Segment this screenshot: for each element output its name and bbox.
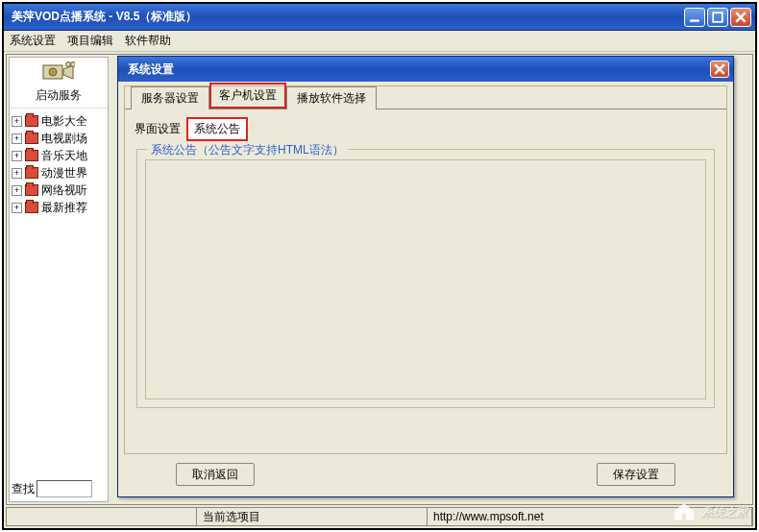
dialog-close-button[interactable] bbox=[710, 60, 729, 78]
dialog-button-row: 取消返回 保存设置 bbox=[118, 460, 733, 489]
menu-bar: 系统设置 项目编辑 软件帮助 bbox=[4, 31, 755, 52]
dialog-title: 系统设置 bbox=[122, 61, 710, 78]
expand-icon[interactable]: + bbox=[12, 203, 22, 213]
tab-client-settings[interactable]: 客户机设置 bbox=[209, 83, 286, 109]
announcement-fieldset: 系统公告（公告文字支持HTML语法） bbox=[136, 149, 715, 408]
system-settings-dialog: 系统设置 服务器设置 客户机设置 播放软件选择 界面设置 系统公告 系统公告（公… bbox=[117, 56, 734, 497]
folder-icon bbox=[25, 167, 38, 179]
tree-item-label: 网络视听 bbox=[41, 182, 87, 199]
tab-server-settings[interactable]: 服务器设置 bbox=[131, 86, 209, 109]
svg-point-5 bbox=[49, 68, 57, 76]
tree-item[interactable]: +电影大全 bbox=[12, 112, 106, 130]
expand-icon[interactable]: + bbox=[12, 116, 22, 127]
window-title: 美萍VOD点播系统 - V8.5（标准版） bbox=[8, 9, 682, 25]
tree-item[interactable]: +网络视听 bbox=[12, 181, 106, 199]
menu-project-edit[interactable]: 项目编辑 bbox=[67, 33, 113, 49]
search-label: 查找 bbox=[12, 481, 35, 497]
tab-strip: 服务器设置 客户机设置 播放软件选择 bbox=[125, 86, 726, 109]
subtab-ui-settings[interactable]: 界面设置 bbox=[135, 121, 181, 137]
main-titlebar: 美萍VOD点播系统 - V8.5（标准版） bbox=[4, 4, 755, 31]
save-button[interactable]: 保存设置 bbox=[597, 463, 675, 486]
tree-item[interactable]: +最新推荐 bbox=[12, 199, 106, 216]
left-panel: 启动服务 +电影大全 +电视剧场 +音乐天地 +动漫世界 +网络视听 +最新推荐… bbox=[9, 57, 109, 502]
folder-icon bbox=[25, 115, 38, 127]
watermark: 系统之家 bbox=[671, 501, 747, 522]
announcement-content-box[interactable] bbox=[145, 159, 706, 399]
svg-marker-11 bbox=[674, 503, 694, 520]
folder-icon bbox=[25, 150, 38, 161]
menu-system-settings[interactable]: 系统设置 bbox=[10, 33, 56, 49]
expand-icon[interactable]: + bbox=[12, 185, 22, 196]
close-button[interactable] bbox=[730, 8, 751, 27]
svg-rect-1 bbox=[713, 12, 722, 22]
subtab-system-announcement[interactable]: 系统公告 bbox=[186, 117, 248, 141]
start-service-icon[interactable] bbox=[42, 61, 75, 85]
menu-software-help[interactable]: 软件帮助 bbox=[125, 33, 171, 49]
folder-icon bbox=[25, 184, 38, 196]
expand-icon[interactable]: + bbox=[12, 168, 22, 179]
search-input[interactable] bbox=[37, 480, 92, 497]
cancel-button[interactable]: 取消返回 bbox=[176, 463, 255, 486]
svg-point-8 bbox=[71, 62, 76, 67]
category-tree: +电影大全 +电视剧场 +音乐天地 +动漫世界 +网络视听 +最新推荐 bbox=[10, 109, 108, 220]
tree-item-label: 最新推荐 bbox=[41, 200, 87, 216]
tree-item-label: 音乐天地 bbox=[41, 148, 87, 164]
dialog-titlebar: 系统设置 bbox=[118, 57, 733, 82]
tree-item[interactable]: +动漫世界 bbox=[12, 164, 106, 181]
tree-item[interactable]: +电视剧场 bbox=[12, 130, 106, 147]
tree-item-label: 电视剧场 bbox=[41, 131, 87, 147]
status-cell-left bbox=[7, 508, 197, 525]
status-current-item: 当前选项目 bbox=[197, 508, 428, 525]
maximize-button[interactable] bbox=[707, 8, 728, 27]
minimize-button[interactable] bbox=[684, 8, 705, 27]
folder-icon bbox=[25, 202, 38, 213]
tree-item-label: 电影大全 bbox=[41, 113, 87, 130]
tab-player-select[interactable]: 播放软件选择 bbox=[286, 86, 377, 109]
tree-item[interactable]: +音乐天地 bbox=[12, 147, 106, 164]
status-bar: 当前选项目 http://www.mpsoft.net bbox=[6, 507, 753, 526]
fieldset-legend[interactable]: 系统公告（公告文字支持HTML语法） bbox=[147, 142, 348, 158]
expand-icon[interactable]: + bbox=[12, 133, 22, 144]
dialog-body: 服务器设置 客户机设置 播放软件选择 界面设置 系统公告 系统公告（公告文字支持… bbox=[124, 85, 727, 454]
svg-point-7 bbox=[66, 62, 71, 67]
folder-icon bbox=[25, 133, 38, 144]
expand-icon[interactable]: + bbox=[12, 151, 22, 161]
svg-marker-6 bbox=[63, 65, 73, 79]
tree-item-label: 动漫世界 bbox=[41, 165, 87, 181]
start-service-label[interactable]: 启动服务 bbox=[10, 87, 108, 109]
watermark-text: 系统之家 bbox=[701, 504, 747, 520]
